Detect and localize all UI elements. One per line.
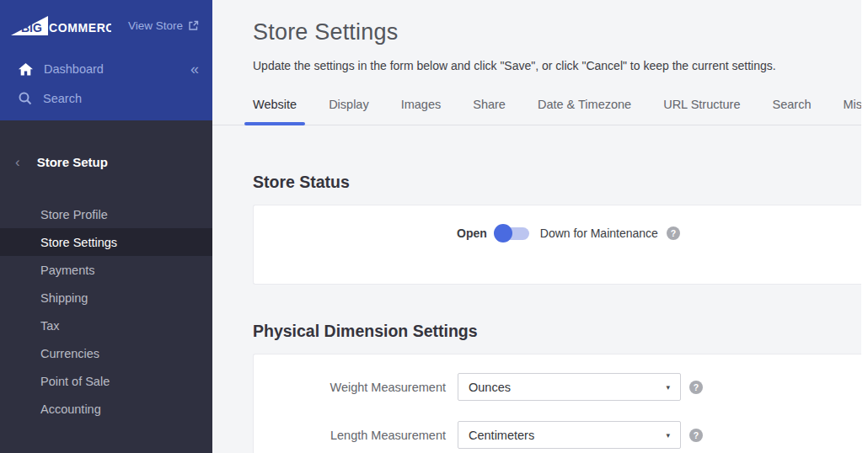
tab-website[interactable]: Website [244,89,305,125]
sidebar-item-tax[interactable]: Tax [0,312,212,339]
menu-item-label: Point of Sale [40,375,110,388]
sidebar-item-store-settings[interactable]: Store Settings [0,228,212,256]
search-icon [19,92,32,105]
menu-item-label: Store Profile [40,208,108,221]
store-setup-header: ‹ Store Setup [0,152,212,172]
open-label: Open [457,226,487,240]
sidebar-section: ‹ Store Setup Store Profile Store Settin… [0,120,212,453]
menu-item-label: Shipping [40,291,88,305]
store-setup-menu: Store Profile Store Settings Payments Sh… [0,200,212,423]
sidebar-item-shipping[interactable]: Shipping [0,284,212,312]
help-icon[interactable]: ? [689,429,703,442]
sidebar-item-point-of-sale[interactable]: Point of Sale [0,367,212,395]
sidebar-top: BIG COMMERCE View Store Dashboard [0,0,212,120]
page-title: Store Settings [253,19,828,45]
weight-measurement-label: Weight Measurement [254,381,446,394]
logo-row: BIG COMMERCE View Store [0,0,212,36]
length-measurement-label: Length Measurement [254,429,446,442]
dashboard-label: Dashboard [44,62,104,76]
bigcommerce-logo: BIG COMMERCE [10,14,111,36]
sidebar-item-dashboard[interactable]: Dashboard « [0,58,212,80]
scrollbar-track[interactable] [861,0,868,453]
help-icon[interactable]: ? [667,226,680,240]
tab-share[interactable]: Share [464,89,514,125]
sidebar-item-search[interactable]: Search [0,88,212,109]
length-measurement-select[interactable]: Centimeters ▾ [458,421,681,449]
collapse-sidebar-icon[interactable]: « [190,61,199,77]
tab-date-timezone[interactable]: Date & Timezone [529,89,640,125]
view-store-label: View Store [128,19,183,32]
menu-item-label: Tax [40,319,60,333]
store-status-heading: Store Status [253,172,868,192]
sidebar: BIG COMMERCE View Store Dashboard [0,0,212,453]
menu-item-label: Payments [40,264,94,277]
tab-display[interactable]: Display [320,89,378,125]
sidebar-item-accounting[interactable]: Accounting [0,395,212,423]
store-status-card: Open Down for Maintenance ? [253,205,868,285]
view-store-link[interactable]: View Store [128,19,199,32]
search-label: Search [43,92,82,105]
bigcommerce-admin: BIG COMMERCE View Store Dashboard [0,0,868,453]
select-value: Centimeters [469,429,534,442]
physical-dimensions-heading: Physical Dimension Settings [253,321,868,341]
toggle-knob [494,224,512,242]
menu-item-label: Accounting [40,402,101,416]
length-measurement-row: Length Measurement Centimeters ▾ ? [254,401,868,449]
logo-big-text: BIG [21,21,42,35]
menu-item-label: Currencies [40,347,99,360]
main-panel: Store Settings Update the settings in th… [212,0,868,453]
menu-item-label: Store Settings [40,236,117,249]
home-icon [19,63,33,76]
maintenance-label: Down for Maintenance [540,226,658,240]
chevron-down-icon: ▾ [666,383,670,392]
settings-content: Store Status Open Down for Maintenance ?… [212,172,868,453]
settings-tabs: Website Display Images Share Date & Time… [212,89,868,125]
logo-commerce-text: COMMERCE [49,21,111,35]
page-subtitle: Update the settings in the form below an… [253,58,828,73]
external-link-icon [188,20,199,31]
maintenance-toggle[interactable] [496,227,529,240]
weight-measurement-row: Weight Measurement Ounces ▾ ? [254,354,868,401]
sidebar-item-currencies[interactable]: Currencies [0,339,212,367]
weight-measurement-select[interactable]: Ounces ▾ [458,373,681,401]
store-status-row: Open Down for Maintenance ? [254,205,868,240]
help-icon[interactable]: ? [689,381,703,394]
tab-search[interactable]: Search [764,89,820,125]
tab-url-structure[interactable]: URL Structure [655,89,748,125]
page-header: Store Settings Update the settings in th… [212,0,868,73]
back-chevron-icon[interactable]: ‹ [15,155,20,169]
select-value: Ounces [469,381,511,394]
chevron-down-icon: ▾ [666,431,670,440]
sidebar-item-payments[interactable]: Payments [0,256,212,284]
tab-images[interactable]: Images [393,89,450,125]
physical-dimensions-card: Weight Measurement Ounces ▾ ? Length Mea… [253,354,868,453]
sidebar-item-store-profile[interactable]: Store Profile [0,200,212,228]
store-setup-title: Store Setup [37,155,108,169]
